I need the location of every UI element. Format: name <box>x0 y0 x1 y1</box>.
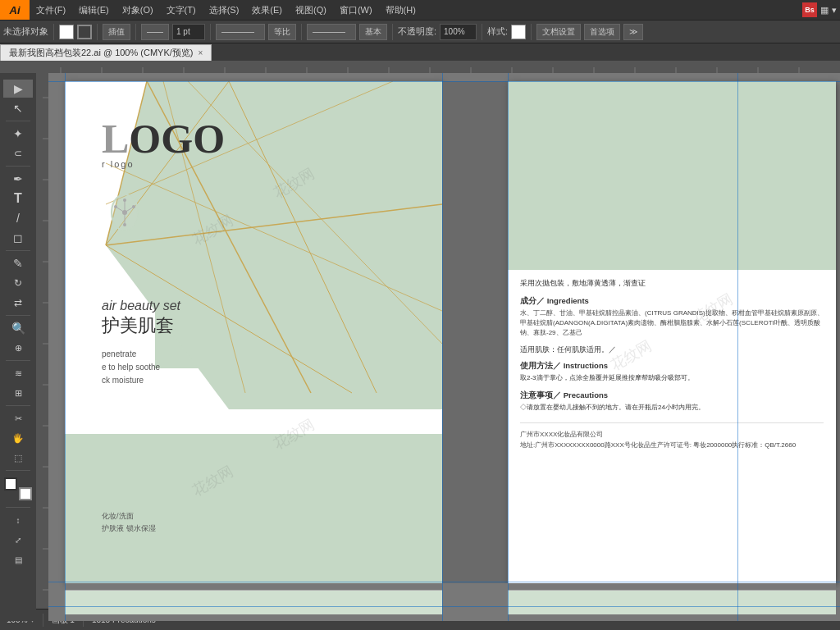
product-name-en: air beauty set <box>102 299 180 313</box>
tool-rotate[interactable]: ↻ <box>3 274 33 292</box>
preferences-btn[interactable]: 首选项 <box>584 24 620 40</box>
right-green-top <box>508 81 836 270</box>
instructions-title: 使用方法／ Instructions <box>520 360 824 372</box>
logo-text: LOGO <box>102 118 225 159</box>
ingredients-title: 成分／ Ingredients <box>520 295 824 307</box>
tool-zoom[interactable]: 🔍 <box>3 319 33 337</box>
guide-h3 <box>48 606 840 607</box>
ratio-btn[interactable]: 等比 <box>268 24 296 40</box>
bottom-line2: 护肤液 锁水保湿 <box>102 523 156 534</box>
svg-rect-20 <box>36 73 48 609</box>
tab-close[interactable]: × <box>199 48 203 57</box>
tool-lasso[interactable]: ⊂ <box>3 144 33 162</box>
tool-brush[interactable]: ✎ <box>3 254 33 272</box>
bottom-right-strip <box>508 590 836 614</box>
style-color[interactable] <box>511 25 526 39</box>
dash2-btn[interactable]: ———— <box>307 24 356 40</box>
page-separator <box>442 81 508 583</box>
toolbar: 未选择对象 插值 —— ———— 等比 ———— 基本 不透明度: 样式: 文档… <box>0 20 840 43</box>
arrangement-btn[interactable]: ▦ <box>820 5 829 16</box>
product-desc: penetrate e to help soothe ck moisture <box>102 348 160 387</box>
stroke-width-input[interactable] <box>172 24 205 40</box>
tool-sep1 <box>6 121 30 121</box>
menu-view[interactable]: 视图(Q) <box>289 0 333 20</box>
tool-select[interactable]: ▶ <box>3 80 33 98</box>
guide-h2 <box>48 582 840 582</box>
extra-btn[interactable]: ≫ <box>623 24 643 40</box>
fill-stroke-indicator[interactable] <box>4 477 32 500</box>
desc-line2: e to help soothe <box>102 361 160 374</box>
tool-extra2[interactable]: ⤢ <box>3 531 33 549</box>
guide-v4 <box>737 73 738 621</box>
bs-icon: Bs <box>802 2 817 17</box>
company-address: 地址:广州市XXXXXXXX0000路XXX号化妆品生产许可证号: 粤妆2000… <box>520 441 824 451</box>
tool-shape[interactable]: ◻ <box>3 229 33 247</box>
product-name: air beauty set 护美肌套 <box>102 299 180 338</box>
menubar: Ai 文件(F) 编辑(E) 对象(O) 文字(T) 选择(S) 效果(E) 视… <box>0 0 840 20</box>
toolbox: ▶ ↖ ✦ ⊂ ✒ T / ◻ ✎ ↻ ⇄ 🔍 ⊕ ≋ ⊞ ✂ 🖐 ⬚ ↕ ⤢ … <box>0 73 36 621</box>
doc-settings-btn[interactable]: 文档设置 <box>536 24 581 40</box>
menu-effect[interactable]: 效果(E) <box>245 0 289 20</box>
selection-label: 未选择对象 <box>3 25 48 38</box>
tool-artboard[interactable]: ⬚ <box>3 449 33 467</box>
menu-window[interactable]: 窗口(W) <box>333 0 379 20</box>
tool-extra3[interactable]: ▤ <box>3 550 33 568</box>
sep5 <box>301 24 302 40</box>
tool-pen[interactable]: ✒ <box>3 170 33 188</box>
company-name: 广州市XXXX化妆品有限公司 <box>520 430 824 441</box>
ruler-horizontal <box>36 61 840 73</box>
svg-rect-0 <box>36 61 840 73</box>
tool-sep7 <box>6 470 30 471</box>
style-label: 样式: <box>487 25 508 38</box>
dash-line-btn[interactable]: ———— <box>216 24 265 40</box>
menu-select[interactable]: 选择(S) <box>203 0 246 20</box>
stroke-style-btn[interactable]: —— <box>141 24 169 40</box>
tool-mesh[interactable]: ⊞ <box>3 384 33 402</box>
menu-text[interactable]: 文字(T) <box>160 0 203 20</box>
guide-h1 <box>48 81 840 82</box>
fill-color[interactable] <box>59 25 74 39</box>
tool-sep4 <box>6 315 30 316</box>
sep4 <box>210 24 211 40</box>
opacity-input[interactable] <box>440 24 477 40</box>
tool-magic-wand[interactable]: ✦ <box>3 125 33 143</box>
tool-sep5 <box>6 360 30 361</box>
desc-line3: ck moisture <box>102 374 160 387</box>
tab-filename: 最新我图高档包装22.ai @ 100% (CMYK/预览) <box>9 47 194 59</box>
tool-extra1[interactable]: ↕ <box>3 511 33 529</box>
menu-object[interactable]: 对象(O) <box>116 0 160 20</box>
sep1 <box>53 24 54 40</box>
menu-edit[interactable]: 编辑(E) <box>72 0 116 20</box>
menu-help[interactable]: 帮助(H) <box>379 0 422 20</box>
tool-blend[interactable]: ⊕ <box>3 339 33 357</box>
tool-text[interactable]: T <box>3 189 33 208</box>
precautions-text: ◇请放置在婴幼儿接触不到的地方。请在开瓶后24小时内用完。 <box>520 403 824 413</box>
precautions-title: 注意事项／ Precautions <box>520 390 824 401</box>
tool-reflect[interactable]: ⇄ <box>3 294 33 312</box>
tabbar: 最新我图高档包装22.ai @ 100% (CMYK/预览) × <box>0 43 840 61</box>
tool-line[interactable]: / <box>3 209 33 227</box>
tool-sep8 <box>6 507 30 508</box>
guide-v1 <box>65 73 66 621</box>
logo-area: LOGO r logo <box>102 118 225 169</box>
status-sep1 <box>43 614 43 627</box>
main-area: ▶ ↖ ✦ ⊂ ✒ T / ◻ ✎ ↻ ⇄ 🔍 ⊕ ≋ ⊞ ✂ 🖐 ⬚ ↕ ⤢ … <box>0 61 840 609</box>
extras-btn[interactable]: ▾ <box>832 5 837 16</box>
instructions-text: 取2-3滴于掌心，点涂全脸覆并延展推按摩帮助吸分吸部可。 <box>520 373 824 383</box>
ingredients-text: 水、丁二醇、甘油、甲基硅烷腈控晶素油、(CITRUS GRANDIS)提取物、积… <box>520 308 824 338</box>
tool-gradient[interactable]: ≋ <box>3 364 33 382</box>
doc-tab[interactable]: 最新我图高档包装22.ai @ 100% (CMYK/预览) × <box>0 44 212 61</box>
sep7 <box>482 24 482 40</box>
tool-direct-select[interactable]: ↖ <box>3 99 33 117</box>
sep8 <box>531 24 532 40</box>
menu-file[interactable]: 文件(F) <box>30 0 72 20</box>
stroke-box[interactable] <box>77 25 92 39</box>
tool-scissors[interactable]: ✂ <box>3 409 33 427</box>
sep6 <box>392 24 393 40</box>
tool-hand[interactable]: 🖐 <box>3 429 33 447</box>
interpolation-btn[interactable]: 插值 <box>103 24 130 40</box>
svg-rect-45 <box>65 434 442 583</box>
canvas-area[interactable]: LOGO r logo <box>48 73 840 621</box>
app-logo: Ai <box>0 0 30 20</box>
base-btn[interactable]: 基本 <box>359 24 387 40</box>
